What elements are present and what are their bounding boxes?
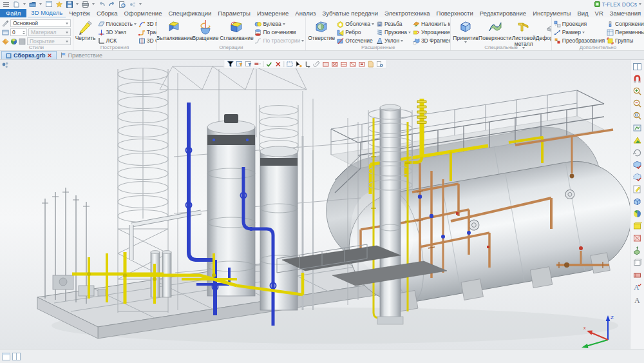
show-element-icon[interactable] [632, 172, 642, 182]
tflex-docs-caret[interactable] [639, 3, 641, 5]
save-icon[interactable] [66, 1, 73, 8]
menu-tab-parameters[interactable]: Параметры [214, 9, 254, 17]
menu-tab-3d-model[interactable]: 3D Модель [28, 8, 66, 17]
material-sphere-icon[interactable] [10, 38, 17, 45]
clip-icon[interactable] [313, 61, 320, 68]
section-box-icon[interactable] [322, 61, 329, 68]
page-split-icon[interactable] [12, 353, 21, 360]
selection-filter-icon[interactable] [227, 61, 234, 68]
menu-tab-assembly[interactable]: Сборка [93, 9, 121, 17]
plane-button[interactable]: Плоскость [98, 20, 137, 28]
cancel-x-icon[interactable] [274, 61, 281, 68]
clip-plane-icon[interactable] [340, 61, 347, 68]
color-diamond-icon[interactable] [2, 38, 9, 45]
shell-button[interactable]: Оболочка [337, 20, 374, 28]
deformation-button[interactable]: Деформация [538, 19, 552, 41]
coating-swatch-icon[interactable] [19, 38, 26, 45]
box-select-icon[interactable] [286, 61, 293, 68]
menu-tab-vr[interactable]: VR [592, 9, 607, 17]
apply-material-button[interactable]: Наложить материал [413, 20, 451, 28]
variables-button[interactable]: Переменные [607, 28, 644, 36]
new-document-caret[interactable] [23, 3, 26, 5]
zoom-window-icon[interactable] [632, 111, 642, 121]
apply-check-icon[interactable] [265, 61, 272, 68]
revolve-button[interactable]: Вращение [193, 19, 219, 41]
blend-button[interactable]: Сглаживание [220, 19, 252, 41]
filter-faces-icon[interactable] [236, 61, 243, 68]
doc-tab-assembly[interactable]: Сборка.grb ✕ [1, 51, 57, 59]
magnet-snap-icon[interactable] [632, 74, 642, 84]
open-caret[interactable] [39, 3, 42, 5]
viewport-3d[interactable]: Z x [0, 60, 630, 349]
section-box-off-icon[interactable] [331, 61, 338, 68]
clip-volume-icon[interactable] [358, 61, 365, 68]
draw-button[interactable]: Чертить [75, 19, 96, 41]
boolean-button[interactable]: Булева [254, 20, 304, 28]
menu-tab-measure[interactable]: Измерение [254, 9, 292, 17]
vertical-vessel-b[interactable] [260, 105, 298, 310]
clip-plane-off-icon[interactable] [349, 61, 356, 68]
fragment-tool-icon[interactable] [1, 61, 9, 69]
menu-tab-editing[interactable]: Редактирование [477, 9, 529, 17]
favorites-star-icon[interactable] [55, 1, 62, 8]
zoom-out-icon[interactable] [632, 99, 642, 108]
material-combo[interactable]: Материал [28, 28, 71, 36]
menu-tab-tools[interactable]: Инструменты [529, 9, 574, 17]
window-panes-icon[interactable] [632, 62, 642, 72]
selection-color-icon[interactable] [254, 61, 261, 68]
doc-tab-welcome[interactable]: Приветствие [57, 51, 106, 59]
welcome-window-icon[interactable] [45, 1, 52, 8]
scene-settings-icon[interactable] [376, 61, 383, 68]
snap-cursor-icon[interactable] [295, 61, 302, 68]
filter-edges-icon[interactable] [245, 61, 252, 68]
dimension-button[interactable]: Размер [554, 28, 605, 36]
menu-tab-annotation[interactable]: Оформление [120, 9, 165, 17]
menu-tab-boms[interactable]: Спецификации [165, 9, 214, 17]
menu-tab-view[interactable]: Вид [574, 9, 591, 17]
extrude-button[interactable]: Выталкивание [159, 19, 191, 41]
menu-tab-drawing[interactable]: Чертёж [66, 9, 93, 17]
loft-button[interactable]: По сечениям [254, 28, 304, 36]
menu-tab-analysis[interactable]: Анализ [292, 9, 319, 17]
annotation-tool-icon[interactable] [632, 270, 642, 280]
previous-view-icon[interactable] [632, 135, 642, 145]
trim-button[interactable]: Отсечение [337, 37, 374, 44]
spring-button[interactable]: Пружина [376, 28, 411, 36]
projection-button[interactable]: Проекция [554, 20, 605, 28]
text-check-icon[interactable]: A [632, 282, 642, 292]
tflex-docs-badge[interactable]: T-FLEX DOCs [594, 1, 641, 8]
qat-overflow-caret[interactable] [139, 3, 142, 5]
menu-tab-electrical[interactable]: Электротехника [381, 9, 433, 17]
sweep-button[interactable]: По траектории [254, 37, 304, 44]
section-view-icon[interactable] [632, 233, 642, 243]
redo-icon[interactable] [108, 1, 115, 8]
section3d-button[interactable]: 3D Сечение [138, 37, 157, 44]
solid-cube-icon[interactable] [632, 197, 642, 206]
zoom-in-icon[interactable] [632, 86, 642, 96]
zoom-extents-icon[interactable] [632, 123, 642, 133]
thread-button[interactable]: Резьба [376, 20, 411, 28]
undo-icon[interactable] [98, 1, 105, 8]
rotate-view-icon[interactable] [632, 148, 642, 157]
print-caret[interactable] [92, 3, 95, 5]
explode-view-icon[interactable] [632, 246, 642, 255]
print-icon[interactable] [82, 1, 89, 8]
macros-icon[interactable] [129, 1, 136, 8]
measure-snap-icon[interactable] [304, 61, 311, 68]
menu-tab-remarks[interactable]: Замечания [607, 9, 644, 17]
material-box-icon[interactable] [632, 221, 642, 231]
wireframe-box-icon[interactable] [632, 258, 642, 268]
viewport-3d-scene[interactable]: Z x [0, 60, 630, 349]
open-folder-icon[interactable] [29, 1, 36, 8]
transforms-button[interactable]: Преобразования [554, 37, 605, 44]
simplify-button[interactable]: Упрощение [413, 28, 451, 36]
render-mode-icon[interactable] [632, 209, 642, 219]
hide-element-icon[interactable] [632, 160, 642, 170]
mates-button[interactable]: Сопряжения [607, 20, 644, 28]
preview-icon[interactable] [118, 1, 126, 8]
sketch-mode-icon[interactable] [632, 184, 642, 194]
draft-button[interactable]: Уклон [376, 37, 411, 44]
rib-button[interactable]: Ребро [337, 28, 374, 36]
primitive-button[interactable]: Примитив [453, 19, 478, 43]
menu-tab-surfaces[interactable]: Поверхности [433, 9, 477, 17]
